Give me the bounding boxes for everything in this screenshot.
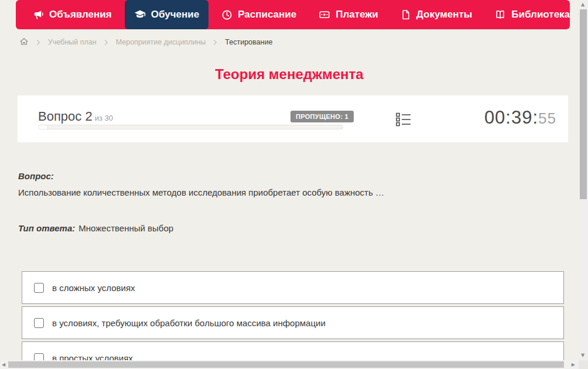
question-card: Вопрос 2из 30 ПРОПУЩЕНО: 1 00:39:55 [18, 95, 568, 142]
question-text: Использование количественных методов исс… [18, 186, 557, 199]
home-icon [19, 37, 29, 48]
chevron-right-icon [35, 39, 42, 46]
progress-fill [39, 125, 48, 129]
nav-item-schedule[interactable]: Расписание [212, 0, 306, 29]
graduation-cap-icon [134, 9, 146, 20]
nav-item-learning[interactable]: Обучение [125, 0, 208, 29]
top-navigation: Объявления Обучение Расписание Платежи Д… [16, 0, 570, 29]
nav-item-announcements[interactable]: Объявления [23, 0, 121, 29]
scroll-down-arrow-icon[interactable]: ▼ [581, 353, 584, 358]
nav-item-label: Платежи [336, 9, 378, 20]
breadcrumb-home[interactable] [19, 37, 29, 48]
chevron-right-icon [103, 39, 110, 46]
answer-type-label: Тип ответа: [18, 223, 75, 233]
scroll-right-arrow-icon[interactable]: ▶ [572, 363, 575, 367]
answer-type-value: Множественный выбор [78, 223, 173, 233]
timer-seconds: 55 [538, 110, 556, 127]
scroll-left-arrow-icon[interactable]: ◀ [2, 363, 5, 367]
scrollbar-corner [579, 360, 588, 369]
question-list-button[interactable] [395, 111, 412, 129]
nav-item-label: Расписание [238, 9, 296, 20]
option-checkbox[interactable] [34, 318, 44, 328]
question-number-label: Вопрос 2 [38, 109, 93, 124]
option-label: в сложных условиях [52, 283, 135, 293]
page-title: Теория менеджмента [0, 66, 579, 83]
nav-item-documents[interactable]: Документы [391, 0, 482, 29]
timer: 00:39:55 [484, 107, 556, 128]
question-list-icon [395, 121, 412, 129]
timer-main: 00:39: [484, 107, 538, 128]
question-heading: Вопрос: [18, 171, 557, 181]
horizontal-scrollbar-thumb[interactable] [8, 361, 564, 368]
option-checkbox[interactable] [34, 283, 44, 293]
vertical-scrollbar[interactable]: ▲ ▼ [579, 0, 588, 360]
answer-options: в сложных условиях в условиях, требующих… [22, 271, 564, 369]
nav-item-label: Обучение [151, 9, 199, 20]
question-total-label: из 30 [95, 114, 113, 122]
nav-item-label: Библиотека [511, 9, 570, 20]
question-number: Вопрос 2из 30 [38, 109, 113, 124]
nav-item-label: Объявления [49, 9, 112, 20]
breadcrumb: Учебный план Мероприятие дисциплины Тест… [19, 36, 272, 49]
nav-item-library[interactable]: Библиотека [485, 0, 588, 29]
answer-type-row: Тип ответа:Множественный выбор [18, 223, 557, 233]
nav-item-label: Документы [416, 9, 473, 20]
answer-option[interactable]: в сложных условиях [22, 271, 564, 304]
scroll-up-arrow-icon[interactable]: ▲ [581, 2, 584, 7]
chevron-right-icon [212, 39, 218, 46]
library-icon [494, 9, 506, 20]
breadcrumb-item-curriculum[interactable]: Учебный план [48, 38, 97, 46]
payments-icon [319, 9, 330, 20]
clock-icon [221, 9, 233, 20]
option-label: в условиях, требующих обработки большого… [52, 318, 326, 328]
skipped-badge: ПРОПУЩЕНО: 1 [290, 111, 354, 122]
answer-option[interactable]: в условиях, требующих обработки большого… [22, 306, 564, 339]
breadcrumb-item-testing: Тестирование [225, 38, 272, 46]
horizontal-scrollbar[interactable]: ◀ ▶ [0, 360, 579, 369]
question-progress-bar [38, 125, 343, 129]
question-section: Вопрос: Использование количественных мет… [18, 171, 557, 233]
megaphone-icon [33, 9, 44, 20]
breadcrumb-item-discipline-event[interactable]: Мероприятие дисциплины [116, 38, 206, 46]
nav-item-payments[interactable]: Платежи [309, 0, 388, 29]
document-icon [401, 9, 411, 20]
vertical-scrollbar-thumb[interactable] [580, 9, 587, 199]
